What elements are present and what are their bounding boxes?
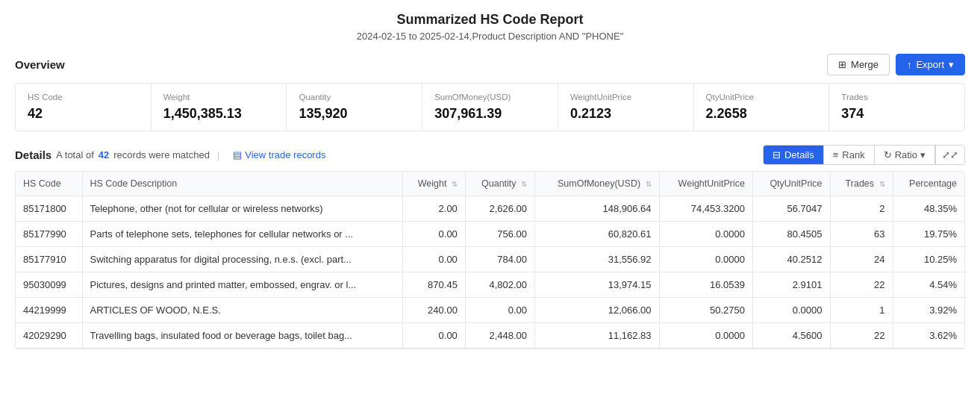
cell-description: Telephone, other (not for cellular or wi… (82, 196, 402, 222)
cell-trades: 1 (830, 298, 893, 323)
stat-item: Trades 374 (829, 84, 964, 131)
report-title: Summarized HS Code Report (15, 12, 965, 28)
stat-label: WeightUnitPrice (570, 93, 681, 102)
table-row: 85177990Parts of telephone sets, telepho… (16, 222, 964, 247)
details-tab-icon (773, 149, 781, 160)
stat-item: QtyUnitPrice 2.2658 (694, 84, 830, 131)
stat-value: 135,920 (299, 106, 410, 122)
cell-description: Parts of telephone sets, telephones for … (82, 222, 402, 247)
details-suffix: records were matched (113, 149, 210, 160)
column-header-sum_money[interactable]: SumOfMoney(USD) ⇅ (535, 172, 660, 196)
cell-qty_unit_price: 80.4505 (753, 222, 831, 247)
cell-qty_unit_price: 0.0000 (753, 298, 831, 323)
cell-trades: 2 (830, 196, 893, 222)
rank-tab-icon (833, 149, 839, 160)
merge-icon (838, 59, 846, 70)
stat-value: 0.2123 (570, 106, 681, 122)
cell-weight: 0.00 (402, 247, 465, 272)
cell-weight: 2.00 (402, 196, 465, 222)
cell-qty_unit_price: 56.7047 (753, 196, 831, 222)
cell-hs_code: 85171800 (16, 196, 82, 222)
stat-item: WeightUnitPrice 0.2123 (558, 84, 694, 131)
cell-qty_unit_price: 40.2512 (753, 247, 831, 272)
sort-icon: ⇅ (879, 180, 885, 188)
stat-label: Weight (163, 93, 275, 102)
stat-item: SumOfMoney(USD) 307,961.39 (422, 84, 558, 131)
stat-item: Quantity 135,920 (287, 84, 422, 131)
cell-sum_money: 13,974.15 (535, 272, 660, 298)
stat-value: 374 (841, 106, 952, 122)
stat-label: SumOfMoney(USD) (434, 93, 546, 102)
cell-hs_code: 95030099 (16, 272, 82, 298)
ratio-chevron-icon: ▾ (920, 149, 926, 160)
tab-details[interactable]: Details (764, 146, 824, 164)
cell-percentage: 10.25% (893, 247, 964, 272)
stat-value: 307,961.39 (434, 106, 546, 122)
column-header-weight_unit_price: WeightUnitPrice (659, 172, 752, 196)
cell-trades: 22 (830, 272, 893, 298)
tab-ratio[interactable]: Ratio ▾ (875, 146, 935, 164)
cell-weight_unit_price: 0.0000 (659, 222, 752, 247)
cell-weight: 0.00 (402, 222, 465, 247)
cell-description: Pictures, designs and printed matter, em… (82, 272, 402, 298)
stat-item: Weight 1,450,385.13 (152, 84, 287, 131)
stat-label: QtyUnitPrice (706, 93, 817, 102)
export-button[interactable]: Export ▾ (896, 54, 965, 75)
sort-icon: ⇅ (521, 180, 527, 188)
details-label: Details (15, 149, 52, 161)
cell-weight_unit_price: 74,453.3200 (659, 196, 752, 222)
record-count: 42 (99, 149, 109, 160)
column-header-weight[interactable]: Weight ⇅ (402, 172, 465, 196)
chevron-down-icon: ▾ (949, 59, 954, 70)
sort-icon: ⇅ (646, 180, 652, 188)
sort-icon: ⇅ (452, 180, 458, 188)
cell-percentage: 3.62% (893, 323, 964, 349)
cell-percentage: 3.92% (893, 298, 964, 323)
table-row: 85171800Telephone, other (not for cellul… (16, 196, 964, 222)
cell-description: ARTICLES OF WOOD, N.E.S. (82, 298, 402, 323)
cell-hs_code: 42029290 (16, 323, 82, 349)
cell-percentage: 19.75% (893, 222, 964, 247)
stat-item: HS Code 42 (16, 84, 152, 131)
cell-sum_money: 60,820.61 (535, 222, 660, 247)
stat-value: 42 (28, 106, 139, 122)
cell-weight_unit_price: 50.2750 (659, 298, 752, 323)
cell-hs_code: 44219999 (16, 298, 82, 323)
cell-qty_unit_price: 4.5600 (753, 323, 831, 349)
ratio-tab-icon (884, 149, 892, 160)
expand-button[interactable]: ⤢ (935, 146, 964, 164)
cell-trades: 63 (830, 222, 893, 247)
cell-quantity: 0.00 (465, 298, 534, 323)
cell-hs_code: 85177990 (16, 222, 82, 247)
cell-quantity: 2,626.00 (465, 196, 534, 222)
cell-weight_unit_price: 16.0539 (659, 272, 752, 298)
export-icon (907, 59, 912, 70)
view-records-link[interactable]: View trade records (233, 149, 325, 160)
cell-trades: 24 (830, 247, 893, 272)
merge-button[interactable]: Merge (827, 54, 890, 75)
cell-sum_money: 148,906.64 (535, 196, 660, 222)
cell-percentage: 48.35% (893, 196, 964, 222)
column-header-trades[interactable]: Trades ⇅ (830, 172, 893, 196)
stat-value: 1,450,385.13 (163, 106, 275, 122)
cell-trades: 22 (830, 323, 893, 349)
cell-weight_unit_price: 0.0000 (659, 247, 752, 272)
cell-percentage: 4.54% (893, 272, 964, 298)
cell-sum_money: 31,556.92 (535, 247, 660, 272)
column-header-description: HS Code Description (82, 172, 402, 196)
stat-value: 2.2658 (706, 106, 817, 122)
column-header-qty_unit_price: QtyUnitPrice (753, 172, 831, 196)
stat-label: HS Code (28, 93, 139, 102)
stats-row: HS Code 42 Weight 1,450,385.13 Quantity … (15, 83, 965, 131)
cell-quantity: 784.00 (465, 247, 534, 272)
table-row: 42029290Travelling bags, insulated food … (16, 323, 964, 349)
column-header-percentage: Percentage (893, 172, 964, 196)
cell-quantity: 2,448.00 (465, 323, 534, 349)
column-header-quantity[interactable]: Quantity ⇅ (465, 172, 534, 196)
overview-label: Overview (15, 58, 65, 71)
cell-weight: 240.00 (402, 298, 465, 323)
cell-weight_unit_price: 0.0000 (659, 323, 752, 349)
cell-weight: 870.45 (402, 272, 465, 298)
cell-weight: 0.00 (402, 323, 465, 349)
tab-rank[interactable]: Rank (824, 146, 875, 164)
